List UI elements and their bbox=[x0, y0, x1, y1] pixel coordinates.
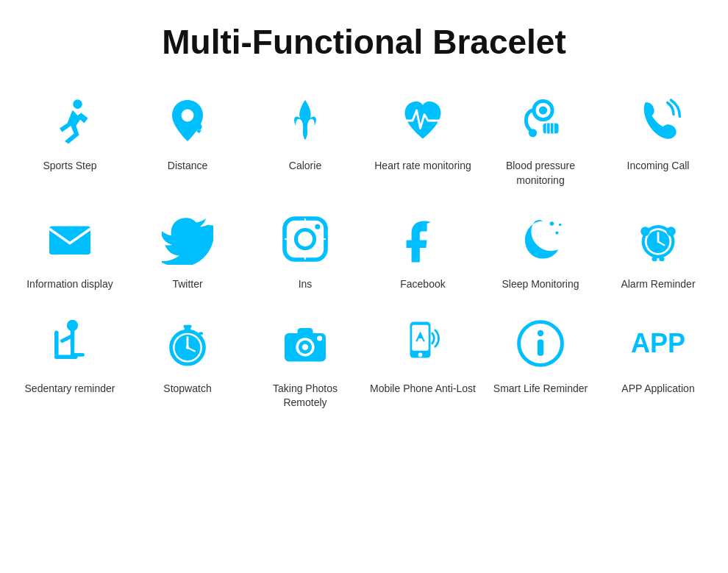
camera-label: Taking Photos Remotely bbox=[250, 382, 360, 410]
svg-point-13 bbox=[315, 224, 320, 229]
svg-point-26 bbox=[640, 227, 650, 236]
svg-point-12 bbox=[296, 230, 314, 249]
svg-rect-45 bbox=[298, 328, 313, 336]
distance-label: Distance bbox=[168, 159, 207, 174]
svg-point-37 bbox=[186, 346, 189, 349]
svg-point-1 bbox=[182, 110, 194, 122]
svg-rect-11 bbox=[285, 218, 326, 260]
app-text: APP bbox=[631, 328, 685, 359]
svg-point-49 bbox=[418, 352, 423, 357]
feature-blood-pressure: Blood pressure monitoring bbox=[485, 91, 596, 188]
svg-point-5 bbox=[529, 129, 537, 137]
feature-smart-life: Smart Life Reminder bbox=[485, 314, 596, 410]
runner-icon bbox=[40, 91, 99, 150]
svg-point-2 bbox=[196, 124, 201, 129]
svg-point-0 bbox=[73, 99, 82, 109]
alarm-icon bbox=[629, 210, 688, 268]
svg-rect-28 bbox=[652, 257, 657, 262]
feature-twitter: Twitter bbox=[132, 210, 243, 292]
feature-sports-step: Sports Step bbox=[15, 91, 125, 188]
svg-point-19 bbox=[555, 232, 558, 235]
sedentary-label: Sedentary reminder bbox=[25, 382, 115, 396]
envelope-icon bbox=[40, 210, 99, 268]
svg-point-44 bbox=[302, 344, 308, 349]
info-display-label: Information display bbox=[26, 277, 113, 292]
phone-lost-icon bbox=[393, 314, 452, 373]
svg-point-4 bbox=[539, 106, 547, 114]
facebook-icon bbox=[393, 210, 452, 268]
incoming-call-label: Incoming Call bbox=[627, 159, 690, 174]
calorie-label: Calorie bbox=[289, 159, 321, 174]
feature-alarm: Alarm Reminder bbox=[603, 210, 713, 292]
svg-rect-10 bbox=[49, 227, 90, 255]
svg-rect-52 bbox=[538, 339, 543, 355]
svg-point-51 bbox=[538, 330, 543, 336]
feature-incoming-call: Incoming Call bbox=[603, 91, 713, 188]
facebook-label: Facebook bbox=[400, 277, 445, 292]
feature-camera: Taking Photos Remotely bbox=[250, 314, 360, 410]
sports-step-label: Sports Step bbox=[43, 159, 96, 174]
twitter-icon bbox=[158, 210, 217, 268]
svg-point-18 bbox=[550, 221, 554, 226]
sedentary-icon bbox=[40, 314, 99, 373]
alarm-label: Alarm Reminder bbox=[621, 277, 695, 292]
phone-lost-label: Mobile Phone Anti-Lost bbox=[370, 382, 476, 396]
blood-pressure-icon bbox=[511, 91, 570, 150]
flame-icon bbox=[276, 91, 335, 150]
feature-sleep: Sleep Monitoring bbox=[485, 210, 596, 292]
svg-rect-31 bbox=[54, 330, 59, 356]
location-icon bbox=[158, 91, 217, 150]
app-label: APP Application bbox=[621, 382, 694, 396]
twitter-label: Twitter bbox=[172, 277, 202, 292]
feature-info-display: Information display bbox=[15, 210, 125, 292]
feature-heart-rate: Heart rate monitoring bbox=[368, 91, 478, 188]
feature-phone-lost: Mobile Phone Anti-Lost bbox=[368, 314, 478, 410]
svg-point-20 bbox=[559, 224, 562, 227]
blood-pressure-label: Blood pressure monitoring bbox=[485, 159, 596, 188]
feature-calorie: Calorie bbox=[250, 91, 360, 188]
camera-icon bbox=[276, 314, 335, 373]
stopwatch-label: Stopwatch bbox=[163, 382, 211, 396]
feature-stopwatch: Stopwatch bbox=[132, 314, 243, 410]
svg-rect-29 bbox=[659, 257, 664, 262]
feature-app: APP APP Application bbox=[603, 314, 713, 410]
page-title: Multi-Functional Bracelet bbox=[162, 22, 565, 62]
heart-rate-icon bbox=[393, 91, 452, 150]
svg-point-27 bbox=[666, 227, 676, 236]
feature-facebook: Facebook bbox=[368, 210, 478, 292]
app-icon: APP bbox=[629, 314, 688, 373]
smart-life-label: Smart Life Reminder bbox=[493, 382, 588, 396]
svg-point-46 bbox=[317, 335, 322, 341]
stopwatch-icon bbox=[158, 314, 217, 373]
heart-rate-label: Heart rate monitoring bbox=[374, 159, 471, 174]
features-grid: Sports Step Distance Calorie bbox=[15, 91, 713, 410]
phone-icon bbox=[629, 91, 688, 150]
svg-rect-39 bbox=[183, 325, 191, 328]
info-icon bbox=[511, 314, 570, 373]
feature-distance: Distance bbox=[132, 91, 243, 188]
sleep-icon bbox=[511, 210, 570, 268]
feature-ins: Ins bbox=[250, 210, 360, 292]
feature-sedentary: Sedentary reminder bbox=[15, 314, 125, 410]
sleep-label: Sleep Monitoring bbox=[502, 277, 579, 292]
svg-rect-32 bbox=[54, 355, 78, 359]
svg-rect-40 bbox=[199, 332, 203, 335]
ins-label: Ins bbox=[299, 277, 313, 292]
instagram-icon bbox=[276, 210, 335, 268]
